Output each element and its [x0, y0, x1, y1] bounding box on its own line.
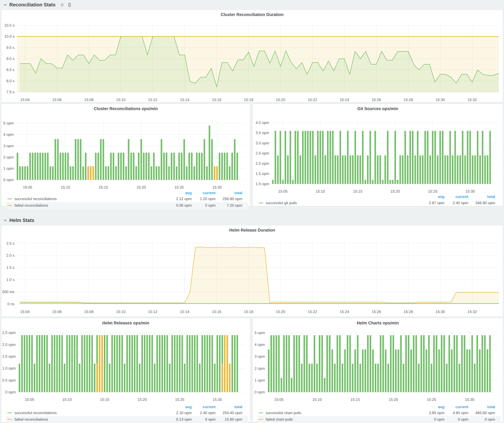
- svg-text:0.5 opm: 0.5 opm: [2, 378, 16, 382]
- svg-text:15:24: 15:24: [340, 310, 349, 314]
- legend-row: successful reconciliations 2.10 opm 2.40…: [6, 409, 242, 416]
- svg-text:15:25: 15:25: [428, 189, 437, 194]
- legend-label[interactable]: failed reconciliations: [14, 203, 48, 208]
- stat-current: 0 opm: [192, 203, 216, 208]
- legend-label[interactable]: failed reconciliations: [14, 417, 48, 422]
- svg-text:15:30: 15:30: [466, 189, 475, 194]
- git-sources-opm-chart: 4.0 opm3.5 opm3.0 opm2.5 opm2.0 opm1.5 o…: [253, 104, 503, 206]
- stat-current: 0 opm: [444, 417, 468, 422]
- svg-text:15:20: 15:20: [137, 185, 146, 189]
- svg-text:15:04: 15:04: [20, 98, 30, 102]
- stat-avg: 0.13 opm: [165, 417, 192, 422]
- cluster-reconciliation-duration-chart: 10.5 s10.0 s9.5 s9.0 s8.5 s8.0 s7.5 s15:…: [1, 10, 503, 102]
- svg-text:15:24: 15:24: [340, 98, 349, 102]
- svg-text:0 opm: 0 opm: [5, 390, 16, 394]
- svg-text:8.0 s: 8.0 s: [6, 79, 14, 83]
- svg-text:7.5 s: 7.5 s: [6, 90, 14, 94]
- svg-text:0 opm: 0 opm: [254, 390, 265, 394]
- svg-text:15:18: 15:18: [244, 310, 253, 314]
- legend-row: successful reconciliations 2.12 opm 1.20…: [6, 195, 242, 202]
- svg-text:15:16: 15:16: [212, 98, 221, 102]
- stat-current: 2.40 opm: [192, 411, 216, 415]
- svg-text:9.5 s: 9.5 s: [6, 46, 14, 50]
- svg-text:15:10: 15:10: [316, 189, 325, 194]
- stat-avg: 2.87 opm: [418, 201, 444, 205]
- legend-label[interactable]: successful reconciliations: [14, 197, 57, 201]
- svg-text:15:06: 15:06: [52, 98, 61, 102]
- series-dash-icon: [258, 203, 263, 203]
- legend-col-total[interactable]: total: [216, 191, 242, 195]
- series-dash-icon: [258, 419, 263, 420]
- legend-col-current[interactable]: current: [192, 405, 216, 409]
- legend-col-current[interactable]: current: [444, 194, 468, 199]
- svg-text:15:15: 15:15: [350, 397, 360, 402]
- legend-col-total[interactable]: total: [468, 405, 495, 409]
- svg-text:10.0 s: 10.0 s: [4, 34, 14, 38]
- svg-text:15:06: 15:06: [52, 310, 61, 314]
- legend-label[interactable]: successful reconciliations: [14, 411, 57, 415]
- svg-text:15:12: 15:12: [148, 310, 157, 314]
- legend-col-current[interactable]: current: [444, 405, 468, 409]
- section-title[interactable]: Helm Stats: [9, 217, 34, 223]
- svg-text:5 opm: 5 opm: [3, 121, 14, 125]
- svg-text:15:25: 15:25: [175, 397, 184, 402]
- svg-text:2 opm: 2 opm: [3, 155, 14, 159]
- svg-text:15:10: 15:10: [62, 397, 72, 402]
- svg-text:15:20: 15:20: [276, 310, 285, 314]
- legend-col-avg[interactable]: avg: [165, 405, 192, 409]
- svg-text:15:26: 15:26: [372, 98, 381, 102]
- legend-label[interactable]: successful git pulls: [266, 201, 297, 205]
- panel-helm-releases-opm: Helm Releases ops/min 2.5 opm2.0 opm1.5 …: [1, 318, 250, 422]
- svg-text:15:30: 15:30: [465, 397, 474, 402]
- svg-text:0 opm: 0 opm: [3, 178, 14, 182]
- svg-text:1.0 opm: 1.0 opm: [2, 366, 16, 370]
- svg-text:1.0 s: 1.0 s: [6, 277, 14, 282]
- svg-text:15:08: 15:08: [84, 310, 94, 314]
- legend-row: failed reconciliations 0.13 opm 0 opm 15…: [6, 416, 248, 423]
- svg-text:4 opm: 4 opm: [254, 342, 265, 347]
- stat-total: 7.20 opm: [216, 203, 242, 208]
- svg-text:9.0 s: 9.0 s: [6, 57, 14, 61]
- chevron-down-icon[interactable]: [3, 218, 7, 222]
- svg-text:15:10: 15:10: [312, 397, 322, 402]
- svg-text:15:25: 15:25: [427, 397, 436, 402]
- svg-text:15:15: 15:15: [99, 185, 108, 189]
- chevron-down-icon[interactable]: [3, 3, 7, 7]
- legend-label[interactable]: successful chart pulls: [266, 411, 301, 415]
- svg-text:2.5 opm: 2.5 opm: [2, 330, 16, 335]
- legend-col-avg[interactable]: avg: [418, 194, 444, 199]
- legend-row: successful chart pulls 3.85 opm 4.80 opm…: [257, 409, 495, 416]
- svg-text:1.0 opm: 1.0 opm: [256, 182, 269, 186]
- legend-col-avg[interactable]: avg: [165, 191, 192, 195]
- trash-icon[interactable]: [67, 2, 72, 7]
- grafana-dashboard: { "colors":{ "green":"#73bf69", "yellow"…: [0, 0, 504, 423]
- svg-text:15:05: 15:05: [23, 185, 32, 189]
- legend-col-avg[interactable]: avg: [418, 405, 444, 409]
- svg-text:15:30: 15:30: [436, 310, 445, 314]
- svg-text:15:15: 15:15: [100, 397, 109, 402]
- section-title[interactable]: Reconciliation Stats: [9, 2, 55, 8]
- svg-text:15:10: 15:10: [116, 98, 126, 102]
- series-dash-icon: [7, 412, 12, 413]
- svg-text:3 opm: 3 opm: [3, 144, 14, 148]
- legend-col-total[interactable]: total: [468, 194, 495, 199]
- stat-current: 1.20 opm: [192, 197, 216, 201]
- panel-cluster-reconciliations-opm: Cluster Reconciliations ops/min 5 opm4 o…: [1, 104, 250, 206]
- svg-text:5 opm: 5 opm: [254, 331, 265, 335]
- legend-header: avg current total: [257, 193, 495, 200]
- svg-text:3.5 opm: 3.5 opm: [256, 131, 269, 135]
- legend-col-total[interactable]: total: [216, 405, 242, 409]
- svg-text:15:30: 15:30: [212, 185, 222, 189]
- gear-icon[interactable]: [60, 2, 65, 7]
- svg-text:15:20: 15:20: [276, 98, 285, 102]
- svg-text:15:10: 15:10: [116, 310, 126, 314]
- svg-text:2.0 s: 2.0 s: [6, 253, 14, 258]
- svg-text:2 opm: 2 opm: [254, 366, 265, 370]
- stat-avg: 2.10 opm: [165, 411, 192, 415]
- svg-text:15:16: 15:16: [212, 310, 221, 314]
- legend-col-current[interactable]: current: [192, 191, 216, 195]
- series-dash-icon: [7, 205, 12, 206]
- stat-current: 0 opm: [192, 417, 216, 422]
- legend-label[interactable]: failed chart pulls: [266, 417, 293, 422]
- stat-total: 346.80 opm: [468, 201, 495, 205]
